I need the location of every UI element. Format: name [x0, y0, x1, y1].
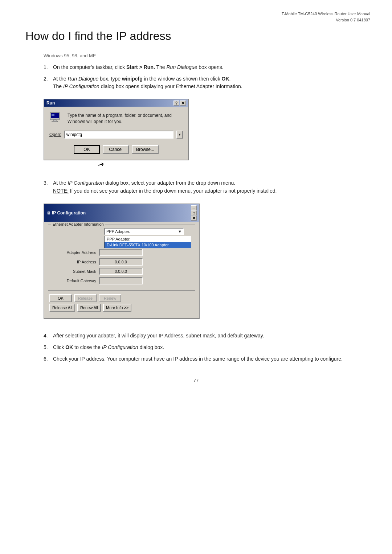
ip-dialog-title-icon: 🖥 — [46, 211, 50, 215]
step-5-num: 5. — [44, 344, 48, 352]
header-line1: T-Mobile TM-G5240 Wireless Router User M… — [22, 11, 370, 17]
header-meta: T-Mobile TM-G5240 Wireless Router User M… — [22, 11, 370, 23]
close-button[interactable]: ✕ — [180, 100, 186, 106]
ip-renew-button[interactable]: Renew — [99, 294, 121, 302]
page-title: How do I find the IP address — [25, 29, 370, 43]
adapter-dropdown-container: PPP Adapter. ▼ PPP Adapter. D-Link DFE-5… — [104, 228, 191, 235]
dropdown-arrow[interactable]: ▼ — [176, 131, 183, 139]
ip-release-button[interactable]: Release — [74, 294, 97, 302]
steps-list-2: 3. At the IP Configuration dialog box, s… — [44, 179, 363, 195]
ip-groupbox-label: Ethernet Adapter Information — [51, 222, 105, 226]
step-2-italic1: Run Dialogue — [68, 76, 98, 82]
field-default-gateway: Default Gateway — [52, 277, 191, 284]
ip-dialog: 🖥 IP Configuration ─ □ ✕ Ethernet Adapte… — [44, 204, 200, 319]
run-dialog-titlebar: Run ? ✕ — [44, 99, 188, 107]
step-3-italic: IP Configuration — [68, 180, 104, 186]
run-dialog-top: Type the name of a program, folder, or d… — [49, 112, 183, 126]
step-1-text: On the computer's taskbar, click Start >… — [53, 64, 224, 70]
step-3-note-label: NOTE: — [53, 188, 69, 194]
step-6-text: Check your IP address. Your computer mus… — [53, 356, 343, 362]
page-number: 77 — [22, 378, 370, 383]
ip-restore-button[interactable]: □ — [191, 210, 197, 216]
adapter-dropdown-value: PPP Adapter. — [106, 229, 130, 234]
svg-rect-4 — [52, 114, 54, 116]
field-subnet-mask-label: Subnet Mask — [52, 269, 99, 274]
ip-groupbox: Ethernet Adapter Information PPP Adapter… — [48, 225, 195, 291]
step-2-num: 2. — [44, 75, 48, 83]
ip-title-bar-controls: ─ □ ✕ — [191, 205, 197, 221]
open-row: Open: ▼ — [49, 131, 183, 139]
run-dialog-button-row: OK Cancel Browse... — [49, 144, 183, 156]
ip-dialog-wrapper: 🖥 IP Configuration ─ □ ✕ Ethernet Adapte… — [44, 204, 200, 319]
run-dialog-container: Run ? ✕ — [44, 99, 189, 168]
adapter-list: PPP Adapter. D-Link DFE-550TX 10/100 Ada… — [104, 236, 191, 248]
field-default-gateway-value — [99, 277, 143, 284]
field-adapter-address: Adapter Address — [52, 249, 191, 256]
adapter-list-item-ppp[interactable]: PPP Adapter. — [105, 236, 191, 242]
field-ip-address-label: IP Address — [52, 260, 99, 264]
step-4: 4. After selecting your adapter, it will… — [44, 332, 363, 340]
run-dialog-description: Type the name of a program, folder, or d… — [68, 112, 183, 125]
step-1: 1. On the computer's taskbar, click Star… — [44, 63, 363, 71]
section-subtitle: Windows 95, 98, and ME — [44, 53, 370, 58]
open-input[interactable] — [64, 131, 173, 139]
ip-more-info-button[interactable]: More Info >> — [103, 304, 131, 312]
step-6-num: 6. — [44, 355, 48, 363]
step-5-bold: OK — [65, 344, 73, 350]
step-1-bold: Start > Run. — [126, 64, 155, 70]
field-adapter-address-value — [99, 249, 143, 256]
run-dialog: Run ? ✕ — [44, 99, 189, 160]
step-5-text: Click OK to close the IP Configuration d… — [53, 344, 164, 350]
ok-arrow-icon: ↗ — [95, 159, 106, 170]
adapter-dropdown-arrow: ▼ — [178, 229, 182, 234]
step-6: 6. Check your IP address. Your computer … — [44, 355, 363, 363]
adapter-list-item-dlink[interactable]: D-Link DFE-550TX 10/100 Adapter. — [105, 242, 191, 248]
adapter-row: PPP Adapter. ▼ PPP Adapter. D-Link DFE-5… — [52, 228, 191, 235]
field-default-gateway-label: Default Gateway — [52, 279, 99, 283]
run-dialog-wrapper: Run ? ✕ — [44, 99, 189, 168]
field-ip-address-value: 0.0.0.0 — [99, 258, 143, 266]
steps-list: 1. On the computer's taskbar, click Star… — [44, 63, 363, 91]
step-4-text: After selecting your adapter, it will di… — [53, 333, 264, 338]
step-2-italic2: IP Configuration — [63, 83, 99, 89]
step-2: 2. At the Run Dialogue box, type winipcf… — [44, 75, 363, 91]
ok-button[interactable]: OK — [74, 145, 100, 154]
run-dialog-title: Run — [46, 100, 55, 106]
field-ip-address: IP Address 0.0.0.0 — [52, 258, 191, 266]
step-5: 5. Click OK to close the IP Configuratio… — [44, 344, 363, 352]
field-adapter-address-label: Adapter Address — [52, 250, 99, 255]
step-2-text: At the Run Dialogue box, type winipcfg i… — [53, 76, 242, 90]
step-4-num: 4. — [44, 332, 48, 340]
adapter-dropdown[interactable]: PPP Adapter. ▼ — [104, 228, 184, 235]
svg-rect-3 — [52, 121, 58, 122]
help-button[interactable]: ? — [173, 100, 179, 106]
ip-button-row-1: OK Release Renew — [48, 294, 195, 304]
title-bar-controls: ? ✕ — [173, 100, 186, 106]
arrow-container: ↗ — [44, 160, 189, 168]
field-subnet-mask-value: 0.0.0.0 — [99, 268, 143, 275]
steps-list-3: 4. After selecting your adapter, it will… — [44, 332, 363, 363]
step-2-bold2: OK — [222, 76, 229, 82]
ip-ok-button[interactable]: OK — [49, 294, 72, 302]
ip-dialog-title: IP Configuration — [50, 210, 191, 216]
run-icon — [49, 112, 63, 126]
ip-button-row-2: Release All Renew All More Info >> — [48, 304, 195, 315]
step-1-num: 1. — [44, 63, 48, 71]
step-3-num: 3. — [44, 179, 48, 187]
open-label: Open: — [49, 132, 61, 137]
browse-button[interactable]: Browse... — [132, 145, 159, 154]
step-1-italic: Run Dialogue — [167, 64, 197, 70]
ip-release-all-button[interactable]: Release All — [49, 304, 75, 312]
ip-close-button[interactable]: ✕ — [191, 216, 197, 221]
field-subnet-mask: Subnet Mask 0.0.0.0 — [52, 268, 191, 275]
ip-minimize-button[interactable]: ─ — [191, 205, 197, 210]
step-2-bold: winipcfg — [122, 76, 143, 82]
ip-renew-all-button[interactable]: Renew All — [77, 304, 101, 312]
cancel-button[interactable]: Cancel — [103, 145, 129, 154]
ip-dialog-titlebar: 🖥 IP Configuration ─ □ ✕ — [44, 204, 199, 222]
ip-dialog-body: Ethernet Adapter Information PPP Adapter… — [44, 222, 199, 318]
step-3: 3. At the IP Configuration dialog box, s… — [44, 179, 363, 195]
step-3-text: At the IP Configuration dialog box, sele… — [53, 180, 277, 194]
header-line2: Version 0.7 041807 — [22, 17, 370, 23]
step-5-italic: IP Configuration — [102, 344, 138, 350]
